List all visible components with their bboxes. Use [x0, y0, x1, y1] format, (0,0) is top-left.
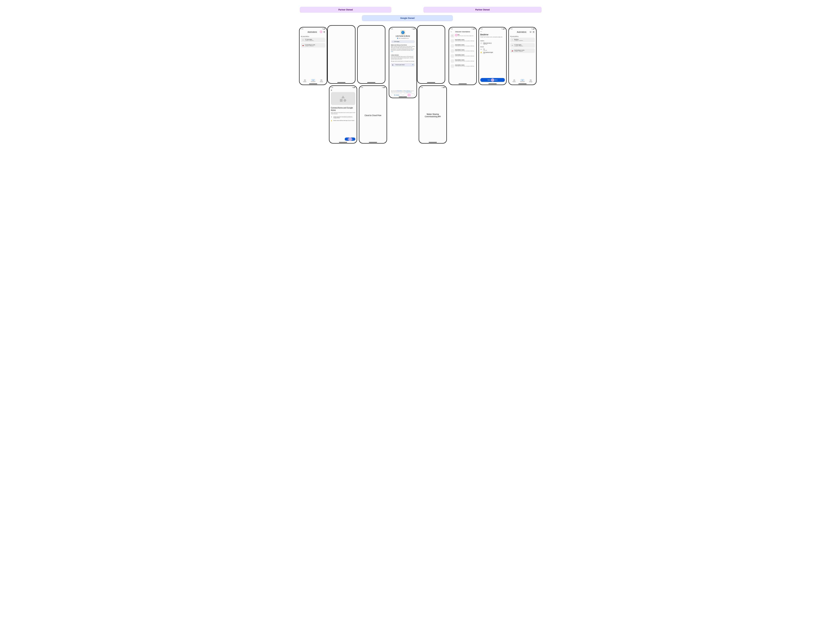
automation-card[interactable]: ☾ Bedtime1 starter • 2 actions [510, 38, 535, 42]
feed-icon[interactable] [529, 31, 532, 33]
devices-icon: ▦ [392, 64, 393, 65]
save-automation-button[interactable]: Save automation [480, 78, 505, 82]
thumbnail-placeholder [451, 39, 454, 43]
automation-item-bedtime[interactable]: ☾ BedtimeAt 9pm, the TV powers down, bed… [450, 33, 475, 38]
svg-point-2 [324, 31, 324, 32]
car-icon: 🚗 [302, 45, 304, 46]
action-row[interactable]: ▭ TVTurn off [480, 48, 505, 51]
nav-devices[interactable]: Devices [512, 79, 516, 82]
nav-settings[interactable]: Settings [529, 79, 533, 82]
phone-link-home: 9:30 ▾◢▮ ⌂ Link home to Acme 👤 alex.mill… [389, 27, 417, 98]
status-bar: 9:30 ▾◢▮ [359, 86, 387, 89]
gear-icon[interactable]: ⚙ [412, 64, 413, 65]
person-circle-icon [323, 31, 325, 33]
card-subtitle: 1 starter • 2 actions [514, 45, 523, 46]
nav-automations-label: Automations [520, 81, 525, 82]
automation-card[interactable]: 🚗 Commuting to work1 starter • 3 actions [510, 48, 535, 53]
signal-icon: ◢ [323, 28, 324, 30]
battery-icon: ▮ [474, 28, 475, 30]
starter-row[interactable]: 🕘 When the time is9:00 PM [480, 42, 505, 45]
tap-icon: 👆 [331, 120, 332, 121]
home-icon [320, 79, 322, 81]
automation-card[interactable]: ▭ TV time lights1 starter • 2 actions [510, 43, 535, 48]
linked-title: Linked devices [391, 55, 415, 56]
card-title: Commuting to work [305, 44, 315, 45]
phone-bedtime-detail: 9:30 ▾◢▮ ← Bedtime At 9pm, the TV powers… [479, 27, 507, 85]
tos-link[interactable]: Terms of Service [404, 90, 410, 91]
actions-label: Actions [480, 46, 505, 48]
device-types-label: 4 device types linked [395, 64, 404, 65]
card-subtitle: 1 starter • 3 actions [514, 51, 524, 52]
card-subtitle: 1 starter • 2 actions [305, 40, 314, 41]
signal-icon: ◢ [383, 87, 384, 88]
automation-item[interactable]: Automation nameLorem ipsum dolor sit ame… [450, 38, 475, 43]
item-title: Bedtime [455, 34, 474, 35]
nav-devices[interactable]: Devices [303, 79, 307, 82]
phone-automations-initial: 9:30 ▾◢▮ Automations My [299, 27, 327, 85]
feature-text: Easily control devices with apps of your… [333, 120, 354, 121]
phone-ghost [327, 25, 356, 84]
automation-item[interactable]: Automation nameLorem ipsum dolor sit ame… [450, 64, 475, 68]
feature-text: Create advanced automations powered by G… [333, 116, 355, 118]
status-time: 9:30 [421, 87, 423, 88]
person-icon: 👤 [397, 38, 398, 39]
device-types-row[interactable]: ▦ 4 device types linked ⚙ [391, 63, 415, 67]
nav-settings-label: Settings [320, 81, 323, 82]
no-thanks-button[interactable]: No thanks [391, 94, 402, 97]
action-row[interactable]: 💡 Kids bedroom lightsDim [480, 51, 505, 55]
tv-icon: ▭ [480, 49, 482, 50]
gesture-bar [459, 83, 467, 84]
get-started-button[interactable]: Get started [345, 138, 355, 141]
home-selector[interactable]: ⌂ SF Home [391, 40, 415, 43]
nav-settings-label: Settings [529, 81, 532, 82]
automation-item[interactable]: Automation nameLorem ipsum dolor sit ame… [450, 48, 475, 53]
privacy-policy-link[interactable]: Privacy Policy [397, 90, 402, 91]
item-subtitle: Lorem ipsum dolor sit amet, consectetur … [455, 61, 474, 61]
legal-text: See Smart App Privacy Policy and Terms o… [391, 90, 415, 92]
linked-body-1: Acme will automatically have access to a… [391, 56, 415, 60]
automation-item[interactable]: Automation nameLorem ipsum dolor sit ame… [450, 58, 475, 64]
automation-card[interactable]: ▭ TV time lights1 starter • 2 actions [301, 38, 325, 42]
thumbnail-placeholder [451, 44, 454, 48]
spark-icon: ✦ [331, 116, 332, 118]
home-label: SF Home [394, 41, 399, 42]
account-email: alex.miller@gmail.com [399, 38, 409, 39]
feed-icon[interactable] [320, 31, 322, 33]
phone-automations-final: 9:30 ▾◢▮ Automations My automations ☾ Be… [508, 27, 536, 85]
screen-subtitle: Enjoy advanced automations and control o… [331, 112, 355, 115]
bottom-nav: Devices ●Automations Settings [301, 78, 325, 83]
status-bar: 9:30 ▾◢▮ [389, 27, 416, 30]
battery-icon: ▮ [324, 28, 325, 30]
card-title: Commuting to work [514, 50, 524, 51]
automation-item[interactable]: Automation nameLorem ipsum dolor sit ame… [450, 53, 475, 58]
page-title: Discover Automations [450, 31, 475, 33]
hero-image-placeholder [331, 92, 355, 105]
status-bar: 9:30 ▾◢▮ [419, 86, 446, 89]
allow-button[interactable]: Allow [403, 94, 415, 97]
wifi-icon: ▾ [382, 87, 383, 88]
google-account-link[interactable]: Google Account [406, 91, 412, 92]
nav-devices-label: Devices [304, 81, 307, 82]
item-title: Automation name [455, 44, 474, 45]
back-button[interactable]: ← [480, 30, 505, 32]
nav-settings[interactable]: Settings [319, 79, 323, 82]
starter-line2: 9:00 PM [483, 44, 491, 45]
bulb-icon: 💡 [480, 52, 482, 53]
close-button[interactable]: ✕ [331, 89, 355, 92]
signal-icon: ◢ [473, 28, 474, 30]
automation-item[interactable]: Automation nameLorem ipsum dolor sit ame… [450, 43, 475, 48]
account-icon[interactable] [323, 31, 325, 33]
automation-card[interactable]: 🚗 Commuting to work1 starter • 3 actions [301, 43, 325, 48]
item-subtitle: Lorem ipsum dolor sit amet, consectetur … [455, 40, 474, 42]
feature-row: ✦ Create advanced automations powered by… [331, 116, 355, 118]
action-line2: Dim [483, 53, 493, 54]
account-icon[interactable] [532, 31, 535, 33]
nav-automations[interactable]: ●Automations [520, 79, 525, 82]
acme-logo: ⌂ [401, 31, 404, 34]
moon-icon: ☾ [511, 39, 513, 41]
signal-icon: ◢ [533, 28, 533, 30]
nav-automations[interactable]: ●Automations [311, 79, 316, 82]
account-email-row[interactable]: 👤 alex.miller@gmail.com [391, 38, 415, 39]
status-time: 9:30 [331, 87, 333, 88]
automation-title: Bedtime [480, 33, 505, 36]
